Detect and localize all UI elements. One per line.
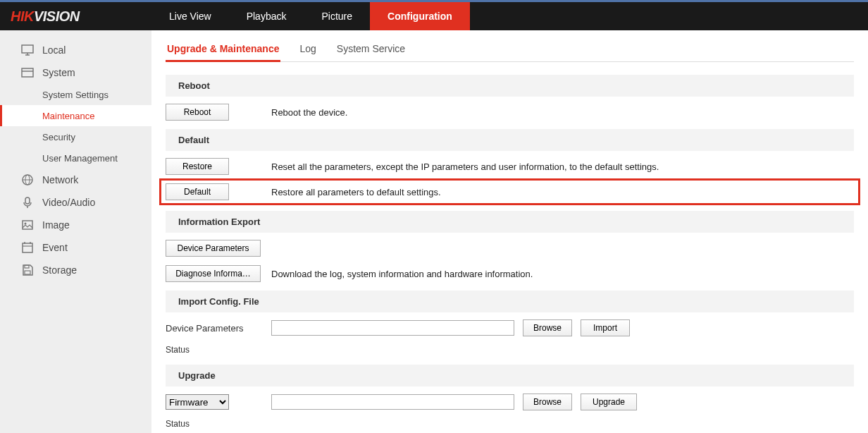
sidebar-label: Network <box>42 174 78 185</box>
globe-icon <box>20 172 35 188</box>
sidebar-label: Image <box>42 219 70 231</box>
save-icon <box>20 262 35 278</box>
upgrade-path-input[interactable] <box>271 394 514 410</box>
upgrade-button[interactable]: Upgrade <box>581 394 637 410</box>
import-button[interactable]: Import <box>581 319 630 336</box>
content-area: Upgrade & Maintenance Log System Service… <box>151 30 868 433</box>
logo-vision: VISION <box>34 8 80 24</box>
svg-rect-10 <box>23 221 32 229</box>
restore-button[interactable]: Restore <box>166 158 229 175</box>
section-default-header: Default <box>166 129 854 151</box>
tab-upgrade-maintenance[interactable]: Upgrade & Maintenance <box>166 37 280 62</box>
upgrade-type-select[interactable]: Firmware <box>166 394 229 410</box>
tab-system-service[interactable]: System Service <box>335 37 407 61</box>
top-nav: Live View Playback Picture Configuration <box>151 2 470 30</box>
monitor-icon <box>20 42 35 58</box>
svg-point-11 <box>25 223 27 225</box>
section-import-header: Import Config. File <box>166 291 854 312</box>
sidebar-sub-security[interactable]: Security <box>0 126 151 147</box>
system-icon <box>20 65 35 80</box>
section-reboot-header: Reboot <box>166 75 854 97</box>
diagnose-info-button[interactable]: Diagnose Informa… <box>166 265 261 282</box>
tab-log[interactable]: Log <box>298 37 317 61</box>
device-parameters-button[interactable]: Device Parameters <box>166 240 261 257</box>
section-info-export-header: Information Export <box>166 211 854 233</box>
logo: HIKVISION <box>0 2 151 30</box>
sidebar-label: Storage <box>42 264 77 276</box>
sidebar-sub-maintenance[interactable]: Maintenance <box>0 105 151 126</box>
top-header: HIKVISION Live View Playback Picture Con… <box>0 2 868 30</box>
default-button[interactable]: Default <box>166 183 229 200</box>
svg-rect-3 <box>22 68 33 77</box>
sidebar-label: System <box>42 67 75 78</box>
reboot-desc: Reboot the device. <box>271 107 347 118</box>
default-highlight-box: Default Restore all parameters to defaul… <box>159 178 860 205</box>
calendar-icon <box>20 240 35 255</box>
import-label: Device Parameters <box>166 323 271 334</box>
sidebar-item-video-audio[interactable]: Video/Audio <box>0 191 151 214</box>
nav-playback[interactable]: Playback <box>229 2 304 30</box>
diagnose-desc: Download the log, system information and… <box>271 269 533 279</box>
default-desc: Restore all parameters to default settin… <box>271 187 441 197</box>
sidebar-label: Local <box>42 44 66 56</box>
svg-rect-0 <box>22 45 33 53</box>
import-path-input[interactable] <box>271 320 514 336</box>
mic-icon <box>20 195 35 210</box>
svg-rect-17 <box>25 271 30 274</box>
image-icon <box>20 217 35 233</box>
sidebar-item-system[interactable]: System <box>0 61 151 84</box>
import-browse-button[interactable]: Browse <box>523 319 572 336</box>
sidebar: Local System System Settings Maintenance… <box>0 30 151 433</box>
logo-hik: HIK <box>11 8 34 24</box>
upgrade-status-label: Status <box>166 419 854 429</box>
sidebar-sub-system-settings[interactable]: System Settings <box>0 84 151 105</box>
svg-rect-8 <box>25 197 30 204</box>
sub-tabs: Upgrade & Maintenance Log System Service <box>166 37 854 62</box>
sidebar-sub-user-management[interactable]: User Management <box>0 147 151 169</box>
sidebar-item-image[interactable]: Image <box>0 214 151 236</box>
svg-rect-12 <box>23 243 32 252</box>
sidebar-label: Video/Audio <box>42 197 95 208</box>
restore-desc: Reset all the parameters, except the IP … <box>271 161 659 172</box>
sidebar-label: Event <box>42 242 68 253</box>
sidebar-item-local[interactable]: Local <box>0 39 151 61</box>
upgrade-browse-button[interactable]: Browse <box>523 394 572 410</box>
import-status-label: Status <box>166 345 854 355</box>
nav-live-view[interactable]: Live View <box>151 2 229 30</box>
reboot-button[interactable]: Reboot <box>166 104 229 121</box>
sidebar-item-event[interactable]: Event <box>0 236 151 259</box>
section-upgrade-header: Upgrade <box>166 365 854 386</box>
nav-configuration[interactable]: Configuration <box>370 2 470 30</box>
nav-picture[interactable]: Picture <box>304 2 370 30</box>
sidebar-item-storage[interactable]: Storage <box>0 259 151 281</box>
sidebar-item-network[interactable]: Network <box>0 169 151 191</box>
